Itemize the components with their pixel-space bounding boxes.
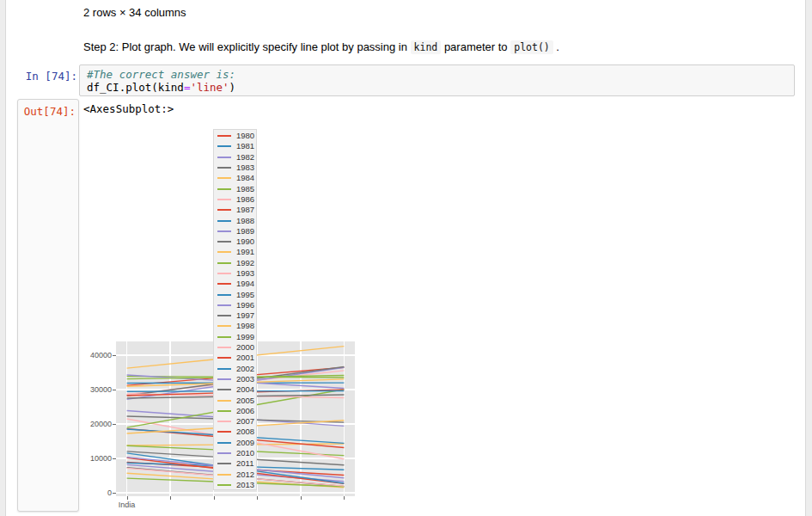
markdown-text-2: parameter to [441, 40, 510, 53]
legend-swatch [217, 315, 231, 316]
legend-label: 2007 [236, 417, 254, 426]
legend-swatch [217, 463, 231, 464]
legend-swatch [217, 199, 231, 200]
legend-label: 1996 [236, 301, 254, 310]
legend-entry: 2003 [214, 374, 256, 384]
legend-swatch [217, 283, 231, 285]
legend-label: 2001 [236, 353, 254, 362]
legend-label: 1987 [236, 206, 254, 214]
legend-swatch [217, 157, 231, 158]
y-tick-label: 30000 [83, 385, 112, 394]
legend-label: 1981 [236, 142, 254, 150]
inline-code-plot: plot() [510, 40, 553, 54]
legend-swatch [217, 262, 231, 264]
legend-entry: 1981 [214, 141, 256, 151]
plot-legend: 1980198119821983198419851986198719881989… [213, 129, 257, 490]
legend-swatch [217, 294, 231, 296]
code-token-plain: df_CI.plot(kind [87, 81, 184, 94]
legend-swatch [217, 368, 231, 370]
legend-label: 1984 [236, 174, 254, 182]
legend-label: 1988 [236, 217, 254, 225]
legend-label: 1991 [236, 248, 254, 256]
legend-label: 2002 [236, 365, 254, 373]
legend-label: 2003 [236, 375, 254, 384]
code-token-str: 'line' [190, 81, 229, 94]
y-tick-label: 0 [83, 488, 112, 497]
legend-entry: 1982 [214, 152, 256, 163]
legend-swatch [217, 220, 231, 222]
legend-label: 1983 [236, 163, 254, 172]
legend-label: 1994 [236, 280, 254, 288]
legend-entry: 2009 [214, 438, 256, 448]
code-line: df_CI.plot(kind='line') [87, 81, 235, 94]
y-tick-mark [113, 390, 116, 390]
page-margin-left [0, 0, 6, 516]
code-comment: #The correct answer is: [87, 68, 235, 81]
code-editor[interactable]: #The correct answer is: df_CI.plot(kind=… [80, 65, 794, 96]
legend-label: 2004 [236, 385, 254, 394]
output-prompt: Out[74]: [18, 100, 78, 118]
y-tick-label: 40000 [83, 351, 112, 359]
dataframe-dims-text: 2 rows × 34 columns [83, 6, 186, 19]
legend-entry: 2012 [214, 470, 256, 480]
legend-swatch [217, 230, 231, 232]
legend-swatch [217, 135, 231, 137]
legend-swatch [217, 336, 231, 338]
legend-label: 2000 [236, 343, 254, 352]
legend-label: 1998 [236, 322, 254, 330]
legend-entry: 1988 [214, 215, 256, 225]
legend-label: 1982 [236, 153, 254, 162]
legend-entry: 1990 [214, 236, 256, 247]
legend-entry: 1998 [214, 321, 256, 331]
legend-swatch [217, 442, 231, 444]
y-tick-label: 10000 [83, 454, 112, 463]
legend-entry: 1994 [214, 279, 256, 289]
legend-label: 2010 [236, 449, 254, 458]
legend-entry: 2004 [214, 384, 256, 395]
legend-swatch [217, 378, 231, 380]
x-tick-mark [170, 496, 171, 500]
markdown-paragraph: Step 2: Plot graph. We will explicitly s… [83, 40, 559, 55]
legend-label: 2008 [236, 427, 254, 436]
legend-entry: 2005 [214, 395, 256, 405]
legend-entry: 2013 [214, 480, 256, 490]
legend-swatch [217, 304, 231, 306]
output-prompt-box: Out[74]: [17, 99, 79, 512]
legend-swatch [217, 389, 231, 390]
notebook-page: 2 rows × 34 columns Step 2: Plot graph. … [0, 0, 812, 516]
legend-swatch [217, 431, 231, 433]
legend-label: 1980 [236, 132, 254, 140]
x-tick-mark [344, 496, 345, 500]
page-margin-right [805, 0, 812, 516]
legend-swatch [217, 325, 231, 327]
legend-label: 1989 [236, 227, 254, 236]
legend-entry: 1986 [214, 194, 256, 205]
legend-entry: 1987 [214, 205, 256, 215]
legend-swatch [217, 347, 231, 348]
legend-entry: 1980 [214, 131, 256, 141]
code-cell-input[interactable]: #The correct answer is: df_CI.plot(kind=… [79, 64, 795, 96]
markdown-text-3: . [553, 40, 559, 53]
legend-swatch [217, 188, 231, 190]
legend-swatch [217, 209, 231, 211]
x-tick-mark [301, 496, 302, 500]
legend-entry: 1985 [214, 183, 256, 194]
legend-entry: 1992 [214, 258, 256, 268]
y-tick-mark [113, 458, 116, 459]
legend-entry: 1997 [214, 310, 256, 321]
legend-entry: 1983 [214, 163, 256, 173]
legend-entry: 2006 [214, 406, 256, 416]
legend-label: 1985 [236, 185, 254, 194]
x-tick-mark [214, 496, 215, 500]
legend-swatch [217, 484, 231, 486]
legend-swatch [217, 410, 231, 412]
legend-swatch [217, 251, 231, 253]
legend-label: 1995 [236, 291, 254, 299]
y-tick-label: 20000 [83, 420, 112, 428]
legend-entry: 2002 [214, 364, 256, 374]
legend-entry: 2007 [214, 416, 256, 427]
legend-swatch [217, 241, 231, 243]
legend-swatch [217, 421, 231, 422]
legend-entry: 1999 [214, 332, 256, 342]
legend-entry: 2001 [214, 353, 256, 363]
